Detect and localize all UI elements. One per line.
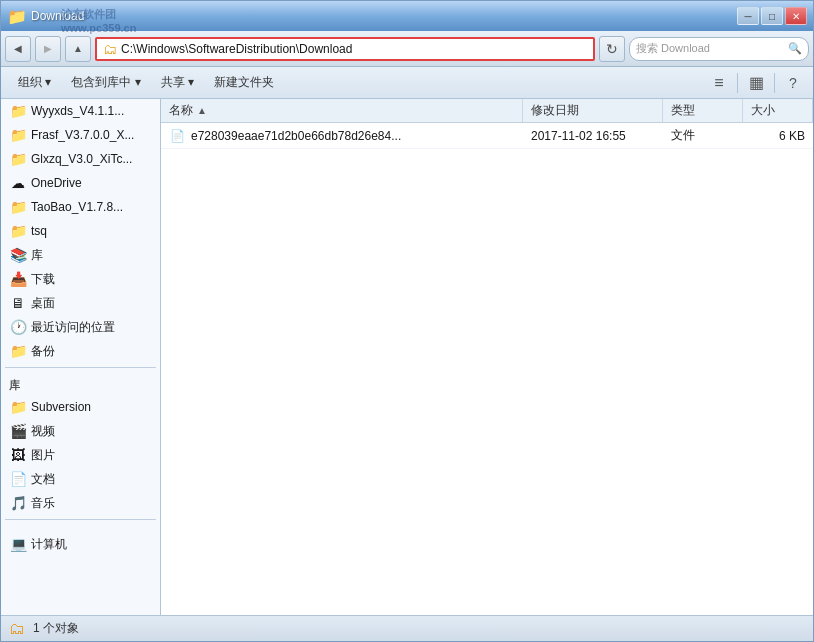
file-area: 名称 ▲ 修改日期 类型 大小 📄 e728039eaae71d2b0e66db… — [161, 99, 813, 615]
address-bar-area: ◀ ▶ ▲ 🗂 C:\Windows\SoftwareDistribution\… — [1, 31, 813, 67]
sidebar-item-wyyxds[interactable]: 📁 Wyyxds_V4.1.1... — [1, 99, 160, 123]
search-icon: 🔍 — [788, 42, 802, 55]
sidebar-item-ku[interactable]: 📚 库 — [1, 243, 160, 267]
file-size: 6 KB — [779, 129, 805, 143]
sidebar-item-pictures[interactable]: 🖼 图片 — [1, 443, 160, 467]
table-row[interactable]: 📄 e728039eaae71d2b0e66db78d26e84... 2017… — [161, 123, 813, 149]
sidebar-item-label: 文档 — [31, 471, 55, 488]
sidebar-item-taobao[interactable]: 📁 TaoBao_V1.7.8... — [1, 195, 160, 219]
sidebar-item-frasf[interactable]: 📁 Frasf_V3.7.0.0_X... — [1, 123, 160, 147]
sidebar-item-label: 桌面 — [31, 295, 55, 312]
minimize-button[interactable]: ─ — [737, 7, 759, 25]
file-name: e728039eaae71d2b0e66db78d26e84... — [191, 129, 401, 143]
new-folder-button[interactable]: 新建文件夹 — [205, 71, 283, 95]
column-name[interactable]: 名称 ▲ — [161, 99, 523, 122]
sidebar-item-label: 图片 — [31, 447, 55, 464]
sidebar-item-label: 视频 — [31, 423, 55, 440]
sidebar-item-label: 音乐 — [31, 495, 55, 512]
pictures-icon: 🖼 — [9, 446, 27, 464]
sidebar-item-subversion[interactable]: 📁 Subversion — [1, 395, 160, 419]
forward-button[interactable]: ▶ — [35, 36, 61, 62]
sidebar-item-recent[interactable]: 🕐 最近访问的位置 — [1, 315, 160, 339]
sidebar-item-label: Glxzq_V3.0_XiTc... — [31, 152, 132, 166]
view-toggle-button[interactable]: ≡ — [707, 71, 731, 95]
column-date-label: 修改日期 — [531, 102, 579, 119]
sidebar-item-computer[interactable]: 💻 计算机 — [1, 532, 160, 556]
sidebar-item-label: OneDrive — [31, 176, 82, 190]
back-button[interactable]: ◀ — [5, 36, 31, 62]
music-icon: 🎵 — [9, 494, 27, 512]
search-bar[interactable]: 搜索 Download 🔍 — [629, 37, 809, 61]
close-button[interactable]: ✕ — [785, 7, 807, 25]
status-icon: 🗂 — [9, 620, 25, 638]
sidebar-divider-1 — [5, 367, 156, 368]
sidebar-item-downloads[interactable]: 📥 下载 — [1, 267, 160, 291]
video-icon: 🎬 — [9, 422, 27, 440]
sort-arrow: ▲ — [197, 105, 207, 116]
title-text: Download — [31, 9, 84, 23]
address-text: C:\Windows\SoftwareDistribution\Download — [121, 42, 352, 56]
sidebar-item-label: 最近访问的位置 — [31, 319, 115, 336]
toolbar: 组织 ▾ 包含到库中 ▾ 共享 ▾ 新建文件夹 ≡ ▦ ? — [1, 67, 813, 99]
sidebar-item-music[interactable]: 🎵 音乐 — [1, 491, 160, 515]
sidebar-item-label: Subversion — [31, 400, 91, 414]
address-input[interactable]: 🗂 C:\Windows\SoftwareDistribution\Downlo… — [95, 37, 595, 61]
help-button[interactable]: ? — [781, 71, 805, 95]
sidebar-item-onedrive[interactable]: ☁ OneDrive — [1, 171, 160, 195]
up-button[interactable]: ▲ — [65, 36, 91, 62]
downloads-icon: 📥 — [9, 270, 27, 288]
sidebar-item-tsq[interactable]: 📁 tsq — [1, 219, 160, 243]
search-placeholder: 搜索 Download — [636, 41, 784, 56]
title-bar-left: 📁 Download — [7, 7, 84, 26]
title-bar: 📁 Download ─ □ ✕ — [1, 1, 813, 31]
column-type-label: 类型 — [671, 102, 695, 119]
file-icon: 📄 — [169, 128, 185, 144]
sidebar-item-label: tsq — [31, 224, 47, 238]
library-icon: 📚 — [9, 246, 27, 264]
toolbar-separator-2 — [774, 73, 775, 93]
refresh-button[interactable]: ↻ — [599, 36, 625, 62]
sidebar-item-label: Frasf_V3.7.0.0_X... — [31, 128, 134, 142]
computer-icon: 💻 — [9, 535, 27, 553]
column-headers: 名称 ▲ 修改日期 类型 大小 — [161, 99, 813, 123]
toolbar-separator — [737, 73, 738, 93]
sidebar-item-label: TaoBao_V1.7.8... — [31, 200, 123, 214]
layout-button[interactable]: ▦ — [744, 71, 768, 95]
sidebar-item-documents[interactable]: 📄 文档 — [1, 467, 160, 491]
sidebar-item-label: Wyyxds_V4.1.1... — [31, 104, 124, 118]
share-button[interactable]: 共享 ▾ — [152, 71, 203, 95]
folder-icon: 📁 — [9, 398, 27, 416]
column-date[interactable]: 修改日期 — [523, 99, 663, 122]
main-window: 沪东软件团www.pc359.cn 📁 Download ─ □ ✕ ◀ ▶ ▲… — [0, 0, 814, 642]
file-date-cell: 2017-11-02 16:55 — [523, 129, 663, 143]
sidebar-item-video[interactable]: 🎬 视频 — [1, 419, 160, 443]
include-library-button[interactable]: 包含到库中 ▾ — [62, 71, 149, 95]
folder-icon: 🗂 — [103, 41, 117, 57]
folder-icon: 📁 — [9, 222, 27, 240]
maximize-button[interactable]: □ — [761, 7, 783, 25]
folder-icon: 📁 — [9, 198, 27, 216]
status-text: 1 个对象 — [33, 620, 79, 637]
folder-icon: 📁 — [9, 126, 27, 144]
folder-icon: 📁 — [9, 150, 27, 168]
column-type[interactable]: 类型 — [663, 99, 743, 122]
file-date: 2017-11-02 16:55 — [531, 129, 626, 143]
sidebar-item-desktop[interactable]: 🖥 桌面 — [1, 291, 160, 315]
sidebar-item-label: 下载 — [31, 271, 55, 288]
folder-icon: 📁 — [9, 102, 27, 120]
recent-icon: 🕐 — [9, 318, 27, 336]
sidebar-item-label: 备份 — [31, 343, 55, 360]
organize-button[interactable]: 组织 ▾ — [9, 71, 60, 95]
sidebar-item-label: 计算机 — [31, 536, 67, 553]
sidebar-item-backup[interactable]: 📁 备份 — [1, 339, 160, 363]
file-size-cell: 6 KB — [743, 129, 813, 143]
file-type: 文件 — [671, 127, 695, 144]
file-name-cell: 📄 e728039eaae71d2b0e66db78d26e84... — [161, 128, 523, 144]
sidebar-divider-2 — [5, 519, 156, 520]
sidebar-item-glxzq[interactable]: 📁 Glxzq_V3.0_XiTc... — [1, 147, 160, 171]
column-name-label: 名称 — [169, 102, 193, 119]
title-controls: ─ □ ✕ — [737, 7, 807, 25]
cloud-icon: ☁ — [9, 174, 27, 192]
column-size[interactable]: 大小 — [743, 99, 813, 122]
file-type-cell: 文件 — [663, 127, 743, 144]
